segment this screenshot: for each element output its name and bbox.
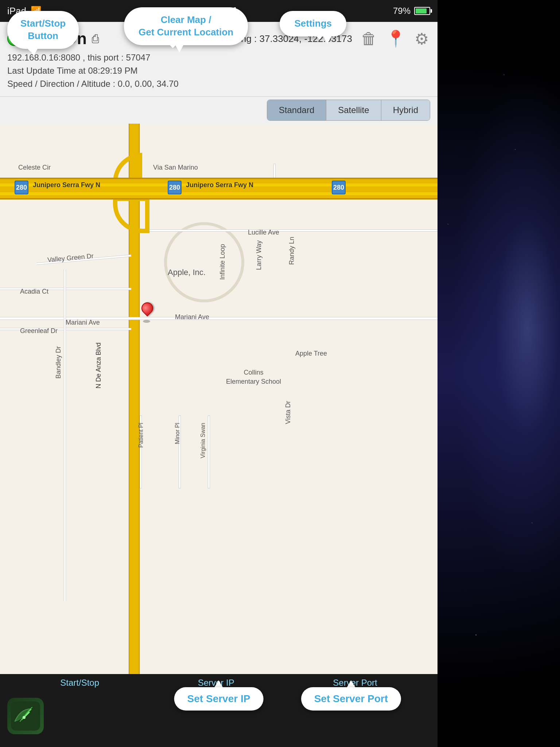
set-server-port-tooltip-arrow: [347, 680, 355, 688]
highway-badge-left: 280: [15, 181, 28, 194]
highway-badge-280-left: 280: [15, 181, 28, 194]
trash-icon: 🗑: [361, 30, 377, 47]
highway-badge-center: 280: [168, 181, 182, 194]
highway-label-right: Junipero Serra Fwy N: [186, 181, 253, 189]
road-small-3: [208, 415, 210, 488]
clear-map-button[interactable]: 🗑: [359, 28, 378, 49]
location-pin: [141, 302, 156, 321]
pin-head: [139, 300, 155, 316]
status-right: 79%: [393, 6, 430, 16]
bubble-tail-3: [323, 36, 332, 44]
battery-container: [414, 7, 430, 15]
highway-label-left: Junipero Serra Fwy N: [33, 181, 100, 189]
set-server-port-bubble: Set Server Port: [301, 687, 401, 711]
gear-icon: ⚙: [415, 30, 429, 48]
label-infinite-loop: Infinite Loop: [219, 244, 226, 280]
label-bandley: Bandley Dr: [55, 346, 62, 379]
label-via-san-marino: Via San Marino: [153, 164, 198, 171]
galaxy-visual: [451, 73, 560, 584]
set-server-port-tooltip-wrapper: Set Server Port: [301, 680, 401, 711]
svg-point-1: [23, 716, 26, 719]
clear-map-line1: Clear Map /: [161, 14, 211, 25]
map-type-satellite[interactable]: Satellite: [326, 100, 381, 120]
share-icon[interactable]: ⎙: [92, 32, 99, 46]
header-info: 192.168.0.16:8080 , this port : 57047 La…: [7, 51, 430, 90]
set-server-ip-tooltip-arrow: [214, 680, 223, 688]
app-icon-inner: [11, 701, 40, 731]
clear-map-line2: Get Current Location: [139, 27, 233, 38]
speed-direction-altitude: Speed / Direction / Altitude : 0.0, 0.00…: [7, 77, 430, 90]
bottom-toolbar: Start/Stop Server IP Server Port: [0, 674, 438, 747]
settings-tooltip-text: Settings: [294, 18, 332, 30]
bubble-tail: [29, 48, 38, 56]
last-update: Last Update Time at 08:29:19 PM: [7, 64, 430, 77]
pin-icon: 📍: [386, 30, 406, 47]
label-patient-pl: Patient Pl: [138, 423, 144, 448]
label-larry-way: Larry Way: [255, 240, 263, 270]
label-valley-green: Valley Green Dr: [47, 252, 94, 264]
label-celeste-cir: Celeste Cir: [18, 164, 51, 171]
label-virginia-swan: Virginia Swan: [200, 423, 206, 458]
settings-label: Settings: [294, 18, 332, 29]
pin-shadow: [143, 320, 150, 323]
set-server-ip-label[interactable]: Set Server IP: [187, 693, 250, 704]
label-mariani-ave-left: Mariani Ave: [66, 319, 100, 326]
label-randy-ln: Randy Ln: [288, 237, 296, 265]
map-canvas: 280 Junipero Serra Fwy N 280 Junipero Se…: [0, 124, 438, 674]
start-stop-subtitle: Button: [28, 30, 58, 41]
battery-icon: [414, 7, 430, 15]
settings-button[interactable]: ⚙: [413, 28, 430, 50]
label-vista-dr: Vista Dr: [284, 401, 292, 424]
label-minor-pl: Minor Pl: [174, 423, 181, 444]
settings-tooltip: Settings: [280, 11, 346, 36]
map-type-group: Standard Satellite Hybrid: [267, 100, 430, 121]
label-apple-tree: Apple Tree: [295, 350, 327, 357]
cloverleaf-curve-1: [113, 197, 149, 233]
clear-map-tooltip-text: Clear Map / Get Current Location: [139, 14, 233, 39]
road-lucille: [140, 229, 438, 232]
get-location-button[interactable]: 📍: [384, 28, 407, 50]
battery-percent: 79%: [393, 6, 411, 16]
set-server-ip-tooltip-wrapper: Set Server IP: [174, 680, 264, 711]
deanza-label: N De Anza Blvd: [95, 342, 102, 388]
app-icon-svg: [11, 701, 40, 731]
infinite-loop-area: [164, 222, 244, 302]
set-server-ip-bubble: Set Server IP: [174, 687, 264, 711]
start-stop-tooltip: Start/Stop Button: [7, 11, 79, 49]
header-buttons: 🗑 📍 ⚙: [359, 28, 430, 50]
start-stop-tooltip-text: Start/Stop Button: [20, 18, 66, 42]
highway-badge-right: 280: [332, 181, 346, 194]
label-greenleaf: Greenleaf Dr: [20, 327, 58, 335]
ip-address: 192.168.0.16:8080 , this port : 57047: [7, 51, 430, 64]
battery-fill: [416, 8, 427, 13]
map-area[interactable]: 280 Junipero Serra Fwy N 280 Junipero Se…: [0, 124, 438, 674]
clear-map-tooltip: Clear Map / Get Current Location: [124, 7, 248, 45]
label-lucille-ave: Lucille Ave: [248, 229, 279, 236]
label-mariani-ave-right: Mariani Ave: [175, 313, 209, 321]
highway-inner-line2: [0, 192, 438, 195]
map-type-hybrid[interactable]: Hybrid: [381, 100, 430, 120]
start-stop-title: Start/Stop: [20, 18, 66, 29]
map-type-row: Standard Satellite Hybrid: [0, 97, 438, 124]
label-acadia-ct: Acadia Ct: [20, 288, 48, 295]
app-icon[interactable]: [7, 698, 44, 734]
app-container: Start/Stop Button Clear Map / Get Curren…: [0, 0, 438, 747]
label-apple-inc: Apple, Inc.: [168, 268, 206, 277]
set-server-port-label[interactable]: Set Server Port: [314, 693, 388, 704]
label-collins: CollinsElementary School: [226, 368, 281, 386]
bubble-tail-2: [175, 44, 184, 53]
map-type-standard[interactable]: Standard: [267, 100, 326, 120]
start-stop-toolbar-label: Start/Stop: [60, 678, 99, 688]
